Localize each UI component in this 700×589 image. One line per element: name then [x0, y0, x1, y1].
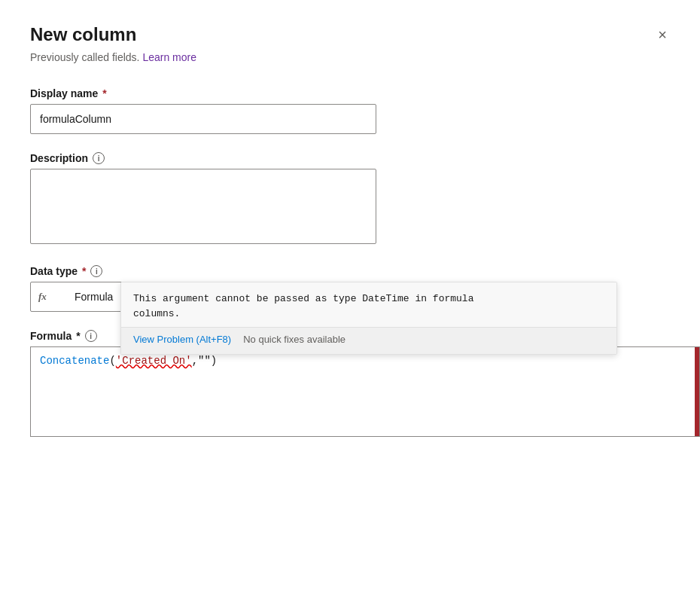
dialog-header: New column ×	[30, 24, 670, 45]
subtitle-text: Previously called fields.	[30, 51, 140, 63]
display-name-required: *	[102, 87, 106, 99]
data-type-required: *	[82, 265, 86, 277]
error-line-2: columns.	[133, 307, 604, 322]
error-tooltip: This argument cannot be passed as type D…	[120, 282, 617, 355]
description-label: Description i	[30, 152, 670, 164]
new-column-dialog: New column × Previously called fields. L…	[0, 0, 700, 589]
description-label-text: Description	[30, 152, 88, 164]
display-name-label: Display name *	[30, 87, 670, 99]
formula-open-paren: (	[109, 355, 115, 367]
formula-keyword: Concatenate	[40, 355, 109, 367]
data-type-label-text: Data type	[30, 265, 78, 277]
display-name-input[interactable]	[30, 104, 376, 134]
data-type-info-icon[interactable]: i	[90, 265, 102, 277]
description-input[interactable]	[30, 169, 376, 244]
close-button[interactable]: ×	[655, 24, 670, 45]
view-problem-link[interactable]: View Problem (Alt+F8)	[133, 334, 231, 345]
formula-content: Concatenate('Created On',"")	[40, 355, 217, 367]
formula-editor[interactable]: Concatenate('Created On',"")	[30, 346, 700, 437]
formula-label-text: Formula	[30, 330, 72, 342]
data-type-wrapper: Data type * i fx Formula This argument c…	[30, 265, 670, 312]
description-group: Description i	[30, 152, 670, 247]
formula-comma-quote: ,"")	[192, 355, 218, 367]
no-fixes-text: No quick fixes available	[243, 334, 345, 345]
learn-more-link[interactable]: Learn more	[142, 51, 196, 63]
display-name-label-text: Display name	[30, 87, 98, 99]
error-actions: View Problem (Alt+F8) No quick fixes ava…	[121, 327, 616, 354]
description-info-icon[interactable]: i	[93, 152, 105, 164]
formula-required: *	[76, 330, 80, 342]
data-type-value: Formula	[75, 291, 113, 303]
formula-info-icon[interactable]: i	[85, 330, 97, 342]
dialog-title: New column	[30, 24, 136, 45]
subtitle: Previously called fields. Learn more	[30, 51, 670, 63]
formula-error-bar	[695, 347, 699, 436]
display-name-group: Display name *	[30, 87, 670, 134]
error-message: This argument cannot be passed as type D…	[121, 282, 616, 327]
data-type-container: fx Formula This argument cannot be passe…	[30, 282, 376, 312]
fx-icon: fx	[38, 291, 47, 303]
formula-string: 'Created On'	[116, 355, 192, 367]
error-line-1: This argument cannot be passed as type D…	[133, 291, 604, 307]
close-icon: ×	[658, 27, 667, 42]
data-type-label: Data type * i	[30, 265, 670, 277]
